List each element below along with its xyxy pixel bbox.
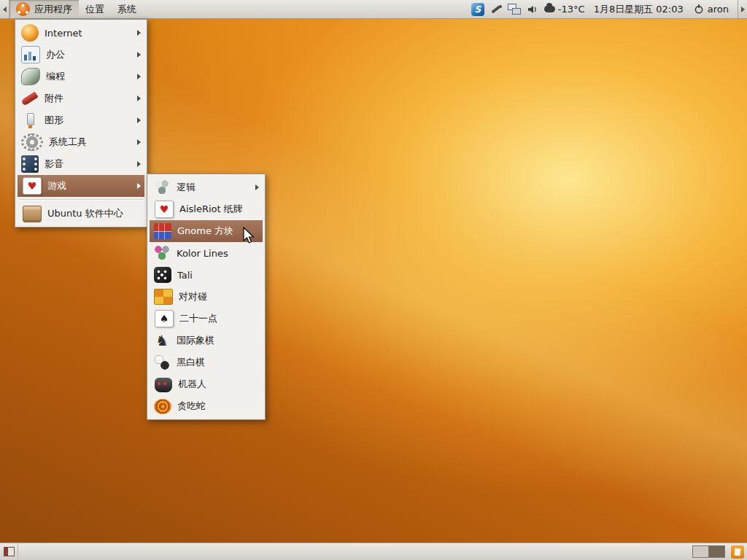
menu-separator [19,199,143,201]
system-menu-label: 系统 [117,3,136,16]
menu-item-iagno[interactable]: 黑白棋 [150,351,263,373]
power-icon [694,4,704,15]
menu-item-blackjack[interactable]: 二十一点 [150,308,263,330]
menu-item-kolor-lines[interactable]: Kolor Lines [150,242,263,264]
kolor-lines-icon [153,244,171,262]
menu-item-label: 贪吃蛇 [177,400,206,413]
menu-item-label: 办公 [46,48,65,61]
games-submenu: 逻辑 AisleRiot 纸牌 Gnome 方块 Kolor Lines Tal… [147,174,266,420]
menu-item-graphics[interactable]: 图形 [18,109,144,131]
menu-item-sound-video[interactable]: 影音 [18,153,144,175]
submenu-arrow-icon [137,52,141,58]
menu-item-gnometris[interactable]: Gnome 方块 [150,220,263,242]
menu-item-label: 逻辑 [177,181,196,194]
menu-item-label: Internet [44,28,82,39]
menu-item-office[interactable]: 办公 [18,44,144,66]
menu-item-label: Tali [177,270,193,281]
ubuntu-logo-icon [16,2,30,16]
menu-item-label: AisleRiot 纸牌 [179,203,243,216]
top-panel: 应用程序 位置 系统 -13°C 1月8日星期五 02:03 aron [0,0,747,19]
menu-item-aisleriot[interactable]: AisleRiot 纸牌 [150,198,263,220]
applications-menu-label: 应用程序 [34,3,72,16]
workspace-switcher[interactable] [692,545,725,558]
software-center-icon [23,206,42,222]
menu-item-label: 黑白棋 [177,356,205,369]
menu-item-label: 游戏 [47,179,66,192]
submenu-arrow-icon [255,184,259,190]
iagno-icon [153,354,171,371]
games-icon [23,177,42,195]
menu-item-label: 系统工具 [49,136,87,149]
trash-icon[interactable] [731,545,744,559]
programming-icon [21,68,40,85]
swell-foop-icon [154,289,173,305]
nibbles-icon [154,399,171,414]
panel-hide-left-button[interactable] [0,0,9,18]
menu-item-software-center[interactable]: Ubuntu 软件中心 [18,203,144,225]
weather-applet[interactable]: -13°C [544,4,585,15]
menu-item-nibbles[interactable]: 贪吃蛇 [150,395,263,417]
network-icon[interactable] [508,4,521,15]
sogou-input-icon[interactable] [471,3,484,16]
robots-icon [155,378,172,392]
submenu-arrow-icon [137,161,141,167]
menu-item-label: 对对碰 [179,290,207,303]
gnometris-icon [154,223,171,239]
menu-item-swell-foop[interactable]: 对对碰 [150,286,263,308]
menu-item-label: Gnome 方块 [177,225,233,238]
menu-item-system-tools[interactable]: 系统工具 [18,131,144,153]
blackjack-icon [155,310,174,327]
volume-icon[interactable] [527,4,538,15]
aisleriot-icon [155,201,174,218]
menu-item-internet[interactable]: Internet [18,22,144,44]
submenu-arrow-icon [137,30,141,36]
internet-icon [21,24,39,42]
workspace-2[interactable] [709,546,724,557]
office-icon [21,46,40,63]
submenu-arrow-icon [137,74,141,79]
show-desktop-button[interactable] [0,543,18,560]
panel-hide-right-button[interactable] [738,0,747,18]
menu-item-games[interactable]: 游戏 [18,175,144,197]
menu-item-label: Kolor Lines [177,248,228,259]
menu-item-chess[interactable]: 国际象棋 [150,330,263,351]
menu-item-label: 国际象棋 [177,334,214,347]
sound-video-icon [21,155,39,173]
accessories-icon [21,90,39,107]
menu-item-robots[interactable]: 机器人 [150,373,263,395]
system-tools-icon [21,133,43,151]
workspace-1[interactable] [693,546,709,557]
places-menu-button[interactable]: 位置 [79,0,111,18]
tali-icon [154,267,171,283]
arrow-left-icon [3,7,7,12]
menu-item-tali[interactable]: Tali [150,264,263,286]
weather-icon [544,6,555,12]
submenu-arrow-icon [137,183,141,189]
places-menu-label: 位置 [85,3,104,16]
submenu-arrow-icon [137,139,141,145]
logic-icon [153,179,171,196]
menu-item-label: 机器人 [178,378,206,391]
temperature-label: -13°C [558,4,585,15]
submenu-arrow-icon [137,96,141,101]
submenu-arrow-icon [137,117,141,123]
menu-item-label: 编程 [46,70,65,83]
applications-menu: Internet 办公 编程 附件 图形 系统工具 影音 游戏 Ubunt [15,19,147,228]
menu-item-accessories[interactable]: 附件 [18,88,144,109]
session-menu-button[interactable]: aron [692,4,730,15]
menu-item-programming[interactable]: 编程 [18,66,144,88]
menu-item-label: Ubuntu 软件中心 [47,207,123,220]
applications-menu-button[interactable]: 应用程序 [9,0,79,18]
system-menu-button[interactable]: 系统 [111,0,143,18]
show-desktop-icon [4,547,15,556]
clock-applet[interactable]: 1月8日星期五 02:03 [591,3,686,16]
chess-icon [153,332,171,349]
menu-item-label: 二十一点 [179,312,217,325]
system-tray: -13°C 1月8日星期五 02:03 aron [471,0,747,18]
menu-item-label: 图形 [44,114,63,127]
menu-item-logic[interactable]: 逻辑 [150,176,263,198]
menu-item-label: 影音 [44,158,63,171]
pin-icon[interactable] [490,4,502,15]
username-label: aron [708,4,729,15]
menu-item-label: 附件 [44,92,63,105]
